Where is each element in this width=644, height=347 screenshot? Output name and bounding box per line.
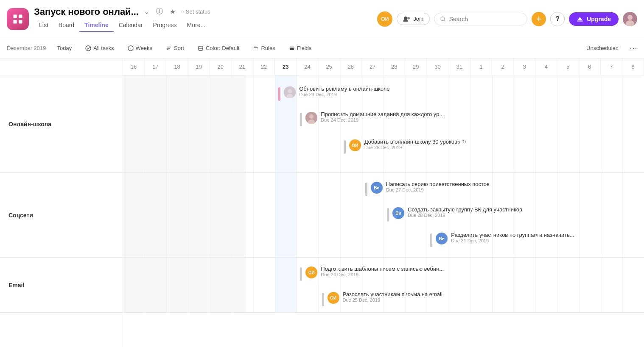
task-avatar: Ви	[371, 182, 383, 194]
task-due: Due 28 Dec, 2019	[408, 213, 522, 218]
group-labels: Онлайн-школа Соцсети Email	[0, 58, 123, 347]
fields-button[interactable]: Fields	[286, 43, 314, 53]
date-cell-30: 30	[427, 58, 448, 75]
task-t8[interactable]: ОИРазослать участникам письма на emailDu…	[319, 289, 446, 308]
all-tasks-button[interactable]: All tasks	[83, 43, 116, 53]
svg-rect-2	[14, 20, 17, 23]
grid-line	[232, 258, 232, 312]
date-cell-19: 19	[188, 58, 210, 75]
search-bar[interactable]	[434, 13, 527, 25]
today-button[interactable]: Today	[55, 43, 75, 53]
task-t3[interactable]: ОИДобавить в онлайн-школу 30 уроков 5 ↻D…	[340, 137, 470, 155]
tab-board[interactable]: Board	[53, 20, 79, 32]
grid-line	[166, 173, 167, 257]
grid-line	[449, 258, 449, 312]
weeks-button[interactable]: + Weeks	[125, 43, 155, 53]
shade-past	[123, 75, 246, 172]
shade-past-social	[123, 173, 246, 257]
date-cell-18: 18	[166, 58, 188, 75]
date-cell-28: 28	[384, 58, 405, 75]
rules-button[interactable]: Rules	[250, 43, 277, 53]
task-due: Due 23 Dec, 2019	[299, 92, 389, 97]
set-status-button[interactable]: ○ Set status	[181, 8, 210, 15]
task-indicator	[387, 208, 389, 222]
date-cell-23: 23	[275, 58, 297, 75]
task-indicator	[278, 87, 280, 101]
svg-rect-3	[19, 20, 22, 23]
grid-line	[579, 258, 580, 312]
star-icon[interactable]: ★	[168, 7, 177, 17]
grid-line	[188, 173, 189, 257]
task-indicator	[322, 293, 324, 306]
today-highlight	[275, 173, 297, 257]
svg-point-23	[288, 89, 292, 93]
chevron-down-icon[interactable]: ⌄	[142, 7, 151, 17]
date-cell-5: 5	[557, 58, 579, 75]
task-indicator	[344, 140, 346, 154]
grid-line	[557, 258, 557, 312]
task-t1[interactable]: Обновить рекламу в онлайн-школеDue 23 De…	[275, 84, 402, 103]
grid-line	[232, 75, 232, 172]
add-button[interactable]: +	[532, 12, 546, 26]
tab-list[interactable]: List	[34, 20, 53, 32]
subtask-icon: ↻	[462, 139, 466, 145]
grid-line	[492, 75, 493, 172]
task-avatar: ОИ	[349, 139, 361, 151]
grid-line	[253, 258, 254, 312]
task-content: Обновить рекламу в онлайн-школеDue 23 De…	[299, 86, 389, 97]
sort-button[interactable]: Sort	[163, 43, 187, 53]
task-name: Обновить рекламу в онлайн-школе	[299, 86, 389, 92]
task-name: Добавить в онлайн-школу 30 уроков	[364, 139, 457, 145]
unscheduled-button[interactable]: Unscheduled	[584, 43, 621, 53]
help-button[interactable]: ?	[550, 12, 565, 26]
grid-line	[514, 258, 514, 312]
grid-line	[492, 258, 493, 312]
date-cell-1: 1	[470, 58, 492, 75]
grid-line	[535, 75, 536, 172]
grid-line	[210, 173, 210, 257]
task-due: Due 31 Dec, 2019	[451, 238, 574, 243]
tab-more[interactable]: More...	[182, 20, 211, 32]
tab-calendar[interactable]: Calendar	[114, 20, 148, 32]
grid-line	[449, 75, 449, 172]
header-right: ОИ Join + ? Upgrade	[377, 11, 637, 27]
task-t2[interactable]: Прописать домашние задания для каждого у…	[297, 109, 447, 128]
task-avatar	[284, 86, 296, 98]
color-button[interactable]: Color: Default	[195, 43, 242, 53]
grid-line	[145, 75, 145, 172]
grid-line	[275, 258, 275, 312]
group-label-social: Соцсети	[0, 173, 123, 258]
user-profile-avatar[interactable]	[623, 12, 637, 26]
project-title-actions: ⌄ ⓘ ★ ○ Set status	[142, 6, 210, 17]
grid-line	[210, 258, 210, 312]
grid-section-online: Обновить рекламу в онлайн-школеDue 23 De…	[123, 75, 644, 173]
grid-line	[557, 75, 557, 172]
more-options-button[interactable]: ⋯	[630, 44, 637, 53]
date-cell-16: 16	[123, 58, 145, 75]
date-cell-8: 8	[622, 58, 644, 75]
info-icon[interactable]: ⓘ	[154, 6, 165, 17]
search-input[interactable]	[449, 16, 521, 22]
task-avatar: ОИ	[305, 266, 317, 278]
join-button[interactable]: Join	[397, 13, 430, 25]
grid-line	[123, 75, 123, 172]
grid-line	[514, 75, 514, 172]
task-t4[interactable]: ВиНаписать серию приветственных постовDu…	[362, 179, 493, 198]
project-title-row: Запуск нового онлай... ⌄ ⓘ ★ ○ Set statu…	[34, 6, 210, 17]
dates-row: 1617181920212223242526272829303112345678	[123, 58, 644, 75]
task-content: Разослать участникам письма на emailDue …	[343, 291, 442, 303]
task-t6[interactable]: ВиРазделить участников по группам и назн…	[427, 230, 577, 249]
tab-timeline[interactable]: Timeline	[79, 20, 114, 32]
date-cell-24: 24	[297, 58, 318, 75]
grid-line	[166, 258, 167, 312]
upgrade-button[interactable]: Upgrade	[569, 12, 619, 26]
circle-icon: ○	[181, 8, 184, 15]
task-t7[interactable]: ОИПодготовить шаблоны писем с записью ве…	[297, 264, 447, 283]
tab-progress[interactable]: Progress	[148, 20, 182, 32]
task-content: Создать закрытую группу ВК для участнико…	[408, 206, 522, 218]
svg-rect-19	[290, 47, 294, 47]
grid-line	[145, 258, 145, 312]
task-name: Разделить участников по группам и назнач…	[451, 232, 574, 238]
grid-line	[601, 173, 601, 257]
task-t5[interactable]: ВиСоздать закрытую группу ВК для участни…	[384, 205, 526, 223]
